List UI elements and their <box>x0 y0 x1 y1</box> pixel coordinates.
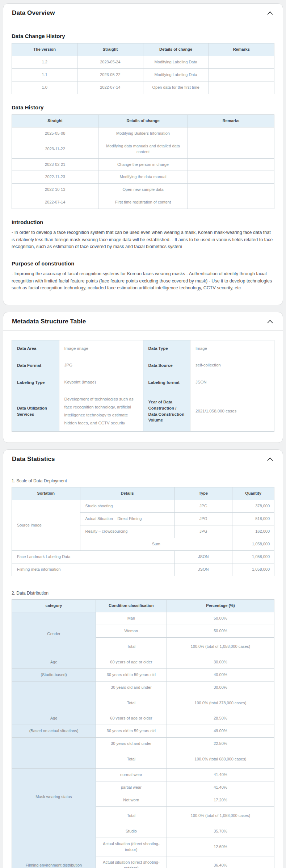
table-cell: Filming meta information <box>12 563 175 576</box>
table-cell: 35.70% <box>167 825 274 838</box>
table-cell <box>209 81 274 94</box>
table-cell: 12.60% <box>167 838 274 856</box>
data-statistics-card: Data Statistics 1. Scale of Data Deploym… <box>3 449 283 868</box>
table-cell: Face Landmark Labeling Data <box>12 551 175 563</box>
table-cell: Studio shooting <box>80 500 174 513</box>
table-cell <box>188 171 274 184</box>
table-row: Data FormatJPGData Sourceself-collection <box>12 357 274 374</box>
table-cell: 2025-05-08 <box>12 127 98 140</box>
table-row: SortationDetailsTypeQuantity <box>12 487 274 500</box>
table-row: GenderMan50.00% <box>12 612 274 625</box>
table-cell: JSON <box>190 374 274 391</box>
introduction-text: - In order to develop a face recognition… <box>12 229 274 250</box>
table-row: Total100.0% (total 378,000 cases) <box>12 694 274 712</box>
chevron-up-icon[interactable] <box>266 318 274 326</box>
table-cell: Data Utilization Services <box>12 391 59 432</box>
data-overview-card: Data Overview Data Change History The ve… <box>3 3 283 305</box>
table-cell: JPG <box>174 525 232 538</box>
table-row: Data Utilization ServicesDevelopment of … <box>12 391 274 432</box>
table-cell: 30.00% <box>167 681 274 694</box>
table-row: 2023-02-21Change the person in charge <box>12 158 274 171</box>
table-cell: Data Area <box>12 340 59 357</box>
data-statistics-header[interactable]: Data Statistics <box>3 450 283 468</box>
table-cell: Data Source <box>143 357 190 374</box>
table-cell: 49.00% <box>167 725 274 738</box>
data-statistics-title: Data Statistics <box>12 456 55 463</box>
table-cell: Actual Situation – Direct Filming <box>80 513 174 525</box>
table-cell: 100.0% (total of 1,058,000 cases) <box>167 637 274 656</box>
table-cell: Studio <box>96 825 167 838</box>
table-cell <box>188 158 274 171</box>
metadata-table: Data AreaImage imageData TypeImageData F… <box>12 340 274 432</box>
table-cell: Modifying data manuals and detailed data… <box>98 140 188 158</box>
column-header-cell: Details of change <box>143 43 209 56</box>
table-cell: Sum <box>80 538 232 551</box>
chevron-up-icon[interactable] <box>266 455 274 463</box>
table-cell: Total <box>96 807 167 825</box>
column-header-cell: Percentage (%) <box>167 599 274 612</box>
table-cell: Gender <box>12 612 96 656</box>
table-cell: 518,000 <box>232 513 274 525</box>
metadata-structure-card: Metadata Structure Table Data AreaImage … <box>3 312 283 443</box>
data-overview-header[interactable]: Data Overview <box>3 4 283 22</box>
table-cell: 1,058,000 <box>232 538 274 551</box>
table-cell: 50.00% <box>167 625 274 637</box>
purpose-text: - Improving the accuracy of facial recog… <box>12 271 274 292</box>
column-header-cell: Type <box>174 487 232 500</box>
table-cell: Age <box>12 656 96 668</box>
table-row: 1.22023-05-24Modifying Labeling Data <box>12 56 274 68</box>
table-cell: 2023-05-22 <box>77 68 143 81</box>
column-header-cell: Sortation <box>12 487 80 500</box>
table-cell: Image <box>190 340 274 357</box>
table-cell: Data Type <box>143 340 190 357</box>
table-cell: self-collection <box>190 357 274 374</box>
table-cell: 30 years old to 59 years old <box>96 725 167 738</box>
table-cell: 2021/1,058,000 cases <box>190 391 274 432</box>
metadata-structure-header[interactable]: Metadata Structure Table <box>3 312 283 331</box>
table-cell: Development of technologies such as face… <box>59 391 143 432</box>
table-cell: 1,058,000 <box>232 551 274 563</box>
table-cell: JSON <box>174 563 232 576</box>
table-cell: Woman <box>96 625 167 637</box>
change-history-heading: Data Change History <box>12 33 274 39</box>
table-cell: Year of Data Construction / Data Constru… <box>143 391 190 432</box>
table-cell: 41.40% <box>167 781 274 794</box>
table-row: The versionStraightDetails of changeRema… <box>12 43 274 56</box>
table-cell: 2022-07-14 <box>77 81 143 94</box>
table-cell <box>12 750 96 769</box>
table-row: Labeling TypeKeypoint (Image)Labeling fo… <box>12 374 274 391</box>
table-cell: 2023-11-22 <box>12 140 98 158</box>
table-cell <box>188 127 274 140</box>
table-row: 1.02022-07-14Open data for the first tim… <box>12 81 274 94</box>
chevron-up-icon[interactable] <box>266 9 274 17</box>
table-row: 2022-10-13Open new sample data <box>12 184 274 196</box>
table-cell: JSON <box>174 551 232 563</box>
column-header-cell: Details <box>80 487 174 500</box>
table-cell: Labeling Type <box>12 374 59 391</box>
table-cell: 162,000 <box>232 525 274 538</box>
metadata-structure-title: Metadata Structure Table <box>12 318 86 325</box>
table-cell: normal wear <box>96 769 167 781</box>
column-header-cell: Remarks <box>209 43 274 56</box>
table-cell: 30 years old and under <box>96 738 167 750</box>
table-cell: Actual situation (direct shooting-indoor… <box>96 838 167 856</box>
table-cell: (Based on actual situations) <box>12 725 96 738</box>
table-cell: 2023-05-24 <box>77 56 143 68</box>
table-row: 2022-11-23Modifying the data manual <box>12 171 274 184</box>
table-cell: 22.50% <box>167 738 274 750</box>
data-statistics-body: 1. Scale of Data Deployment SortationDet… <box>3 468 283 868</box>
scale-of-data-deployment-label: 1. Scale of Data Deployment <box>12 478 274 483</box>
table-cell <box>188 184 274 196</box>
table-cell: JPG <box>174 513 232 525</box>
table-row: Age60 years of age or older28.50% <box>12 712 274 725</box>
table-cell: Reality – crowdsourcing <box>80 525 174 538</box>
data-history-table: StraightDetails of changeRemarks2025-05-… <box>12 114 274 209</box>
table-cell: Modifying Builders Information <box>98 127 188 140</box>
data-overview-body: Data Change History The versionStraightD… <box>3 22 283 305</box>
table-cell: Total <box>96 637 167 656</box>
table-row: 2023-11-22Modifying data manuals and det… <box>12 140 274 158</box>
table-cell <box>12 738 96 750</box>
table-row: 30 years old and under22.50% <box>12 738 274 750</box>
table-row: Filming environment distributionStudio35… <box>12 825 274 838</box>
table-cell: 1.1 <box>12 68 77 81</box>
